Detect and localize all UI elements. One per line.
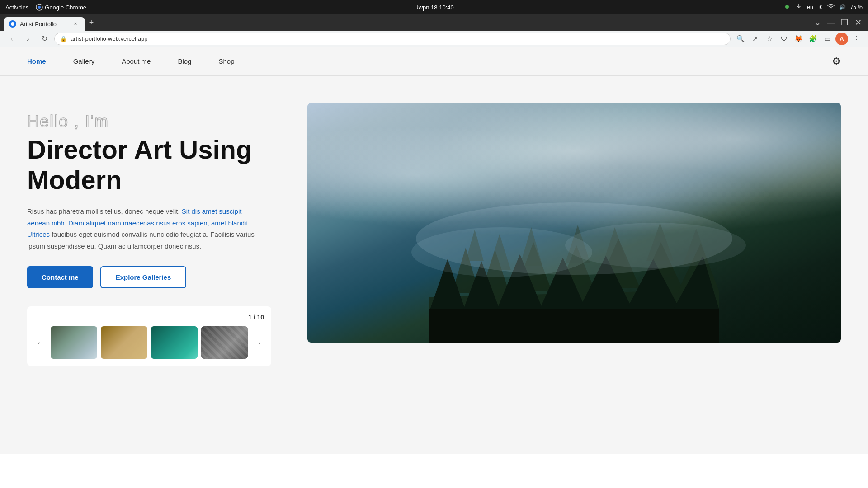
forward-button[interactable]: › (22, 33, 34, 45)
close-button[interactable]: ✕ (852, 16, 864, 29)
hero-image (307, 103, 841, 343)
forest-scene (307, 103, 841, 343)
gallery-counter: 1 / 10 (34, 314, 264, 321)
lang-label: en (807, 4, 813, 10)
reload-button[interactable]: ↻ (38, 33, 51, 45)
dropdown-button[interactable]: ⌄ (811, 16, 824, 29)
search-button[interactable]: 🔍 (734, 33, 747, 45)
extension1-button[interactable]: 🦊 (792, 33, 805, 45)
gallery-next-button[interactable]: → (251, 336, 264, 349)
hero-greeting: Hello , I'm (27, 112, 289, 131)
nav-gallery[interactable]: Gallery (73, 57, 95, 65)
browser-icon: Google Chrome (36, 4, 86, 11)
gallery-strip: 1 / 10 ← → (27, 306, 271, 366)
address-bar: ‹ › ↻ 🔒 artist-portfolio-web.vercel.app … (0, 31, 868, 47)
desc-blue-1: Sit dis amet suscipit aenean nibh. Diam … (27, 207, 250, 227)
bookmark-button[interactable]: ☆ (763, 33, 776, 45)
os-bar: Activities Google Chrome Uwpn 18 10:40 e… (0, 0, 868, 14)
galleries-button[interactable]: Explore Galleries (100, 266, 187, 288)
url-bar[interactable]: 🔒 artist-portfolio-web.vercel.app (54, 33, 731, 45)
browser-chrome: Artist Portfolio × + ⌄ — ❐ ✕ (0, 14, 868, 31)
thumbnail-1[interactable] (51, 326, 97, 359)
profile-button[interactable]: A (835, 33, 848, 45)
nav-about[interactable]: About me (122, 57, 151, 65)
gallery-prev-button[interactable]: ← (34, 336, 47, 349)
tab-bar: Artist Portfolio × + (0, 14, 807, 31)
minimize-button[interactable]: — (825, 16, 837, 29)
sidebar-button[interactable]: ▭ (821, 33, 834, 45)
network-status-icon (783, 3, 791, 12)
website-content: Home Gallery About me Blog Shop ⚙ Hello … (0, 47, 868, 454)
hero-content: Hello , I'm Director Art Using Modern Ri… (27, 103, 289, 366)
shield-button[interactable]: 🛡 (778, 33, 790, 45)
extensions-button[interactable]: 🧩 (807, 33, 819, 45)
site-nav: Home Gallery About me Blog Shop ⚙ (0, 47, 868, 76)
thumbnail-2[interactable] (101, 326, 147, 359)
back-button[interactable]: ‹ (5, 33, 18, 45)
hero-section: Hello , I'm Director Art Using Modern Ri… (0, 76, 868, 366)
hero-buttons: Contact me Explore Galleries (27, 266, 289, 288)
svg-rect-26 (429, 309, 719, 343)
thumbnail-4[interactable] (201, 326, 248, 359)
browser-tools: 🔍 ↗ ☆ 🛡 🦊 🧩 ▭ A ⋮ (734, 33, 863, 45)
os-bar-left: Activities Google Chrome (5, 4, 86, 11)
os-bar-right: en ☀ 🔊 75 % (783, 3, 863, 12)
tab-favicon (9, 20, 16, 28)
tree-svg (307, 103, 841, 343)
tab-close-button[interactable]: × (71, 20, 80, 28)
window-controls: ⌄ — ❐ ✕ (807, 14, 868, 31)
svg-point-28 (411, 227, 592, 277)
wifi-icon (827, 3, 835, 12)
os-time: Uwpn 18 10:40 (414, 4, 453, 11)
gallery-current: 1 (248, 314, 252, 321)
volume-icon: 🔊 (839, 4, 846, 10)
nav-links: Home Gallery About me Blog Shop (27, 57, 832, 65)
activities-label[interactable]: Activities (5, 4, 28, 11)
browser-label: Google Chrome (45, 4, 86, 11)
desc-blue-2: Ultrices (27, 230, 50, 238)
nav-blog[interactable]: Blog (178, 57, 191, 65)
url-text: artist-portfolio-web.vercel.app (71, 35, 148, 42)
active-tab[interactable]: Artist Portfolio × (4, 17, 85, 31)
hero-title-line2: Modern (27, 165, 122, 194)
hero-title-line1: Director Art Using (27, 135, 252, 164)
thumbnail-3[interactable] (151, 326, 198, 359)
settings-icon[interactable]: ⚙ (832, 56, 841, 67)
brightness-icon: ☀ (818, 4, 823, 10)
hero-description: Risus hac pharetra mollis tellus, donec … (27, 206, 262, 252)
gallery-total: 10 (257, 314, 264, 321)
nav-shop[interactable]: Shop (218, 57, 234, 65)
svg-point-4 (11, 22, 14, 26)
new-tab-button[interactable]: + (85, 18, 98, 28)
lock-icon: 🔒 (60, 36, 67, 42)
contact-button[interactable]: Contact me (27, 266, 93, 288)
battery-label: 75 % (850, 4, 863, 10)
download-icon (795, 3, 802, 12)
hero-title: Director Art Using Modern (27, 135, 289, 195)
svg-point-3 (830, 9, 831, 9)
menu-button[interactable]: ⋮ (850, 33, 863, 45)
gallery-thumbnails: ← → (34, 326, 264, 359)
share-button[interactable]: ↗ (749, 33, 761, 45)
svg-point-2 (785, 5, 789, 9)
svg-point-29 (565, 223, 746, 268)
svg-point-1 (38, 6, 41, 9)
tab-title: Artist Portfolio (20, 21, 57, 28)
restore-button[interactable]: ❐ (838, 16, 851, 29)
nav-home[interactable]: Home (27, 57, 46, 65)
